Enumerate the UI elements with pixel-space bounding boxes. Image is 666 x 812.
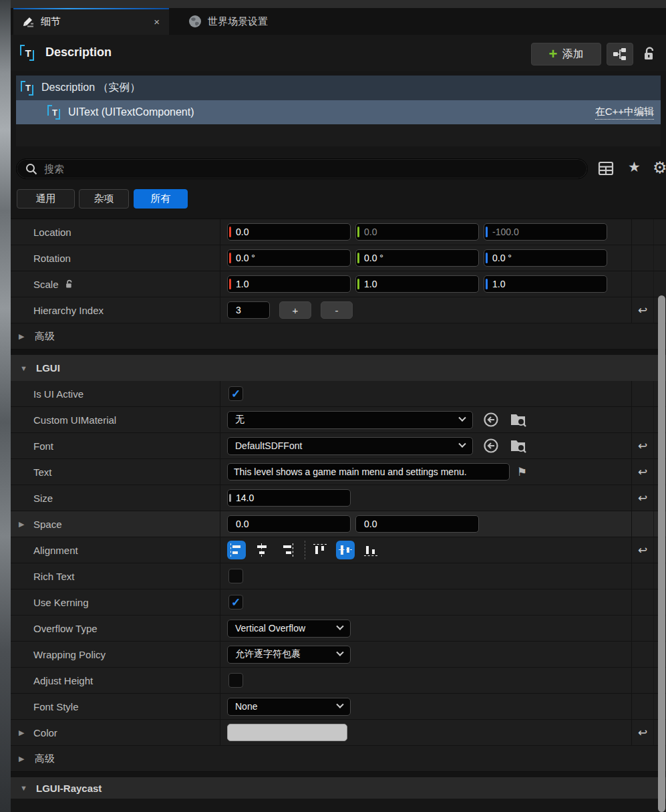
- font-dropdown[interactable]: DefaultSDFFont: [227, 437, 473, 455]
- tab-world-settings[interactable]: 世界场景设置: [179, 8, 277, 35]
- lgui-raycast-section-header[interactable]: ▼ LGUI-Raycast: [11, 777, 666, 799]
- align-h-center-button[interactable]: [253, 541, 271, 559]
- tree-row-instance[interactable]: T Description （实例）: [16, 76, 661, 100]
- vertical-scrollbar-thumb[interactable]: [658, 295, 665, 812]
- use-selected-asset-button[interactable]: [482, 437, 500, 454]
- hierarchy-index-field[interactable]: 3: [227, 301, 270, 319]
- browse-asset-button[interactable]: [509, 438, 528, 454]
- section-gap: [11, 350, 666, 355]
- icon-corner: [29, 85, 33, 96]
- align-right-button[interactable]: [278, 541, 297, 559]
- chevron-right-icon[interactable]: ▶: [19, 520, 28, 529]
- align-bottom-icon: [364, 543, 377, 557]
- reset-to-default-button[interactable]: ↩: [638, 439, 647, 453]
- viewport-background-strip: [0, 0, 11, 812]
- filter-row: 通用 杂项 所有: [11, 189, 666, 209]
- align-bottom-button[interactable]: [361, 541, 380, 559]
- settings-gear-icon[interactable]: ⚙: [653, 158, 666, 177]
- rotation-z-field[interactable]: 0.0 °: [484, 249, 607, 267]
- unlock-icon[interactable]: [641, 46, 657, 62]
- row-font-style: Font Style None: [11, 694, 666, 720]
- search-input[interactable]: [44, 163, 543, 174]
- custom-uimaterial-dropdown[interactable]: 无: [227, 411, 473, 429]
- text-value-field[interactable]: This level shows a game main menu and se…: [227, 463, 510, 481]
- location-y-field[interactable]: 0.0: [355, 223, 479, 241]
- row-color: ▶ Color ↩: [11, 720, 666, 746]
- lgui-section-header[interactable]: ▼ LGUI: [11, 355, 666, 381]
- section-gap: [11, 772, 666, 777]
- row-space: ▶ Space 0.0 0.0: [11, 511, 666, 537]
- blueprint-graph-button[interactable]: [607, 43, 633, 65]
- location-z-field[interactable]: -100.0: [484, 223, 607, 241]
- browse-asset-button[interactable]: [509, 412, 528, 428]
- reset-to-default-button[interactable]: ↩: [638, 726, 647, 740]
- advanced-section-collapsed[interactable]: ▶ 高级: [11, 746, 666, 772]
- align-top-button[interactable]: [311, 541, 329, 559]
- filter-all-button[interactable]: 所有: [134, 189, 188, 209]
- is-ui-active-label: Is UI Active: [33, 388, 84, 400]
- tree-row-uitext-selected[interactable]: T UIText (UITextComponent) 在C++中编辑: [16, 100, 661, 124]
- rich-text-checkbox[interactable]: [228, 569, 243, 583]
- active-tab-accent: [13, 8, 169, 9]
- text-type-icon: T: [47, 105, 62, 120]
- chevron-right-icon: ▶: [19, 332, 28, 341]
- align-v-center-button[interactable]: [336, 541, 355, 559]
- scale-z-field[interactable]: 1.0: [484, 275, 607, 293]
- add-button-label: 添加: [562, 47, 583, 61]
- chevron-down-icon: ▼: [20, 364, 29, 372]
- favorites-star-icon[interactable]: ★: [628, 159, 641, 175]
- reset-to-default-button[interactable]: ↩: [638, 543, 647, 557]
- chevron-right-icon[interactable]: ▶: [19, 728, 28, 737]
- display-options-button[interactable]: [597, 160, 615, 176]
- chevron-down-icon: [336, 623, 343, 630]
- hierarchy-index-increment-button[interactable]: +: [279, 301, 311, 319]
- search-icon: [25, 162, 38, 176]
- add-component-button[interactable]: + 添加: [531, 43, 601, 65]
- use-kerning-checkbox[interactable]: ✓: [228, 595, 243, 610]
- space-y-field[interactable]: 0.0: [355, 515, 479, 533]
- filter-general-button[interactable]: 通用: [17, 189, 75, 209]
- row-is-ui-active: Is UI Active ✓: [11, 381, 666, 407]
- filter-misc-button[interactable]: 杂项: [79, 189, 129, 209]
- align-left-button[interactable]: [227, 541, 246, 559]
- row-size: Size 14.0 ↩: [11, 485, 666, 511]
- is-ui-active-checkbox[interactable]: ✓: [228, 386, 243, 401]
- adjust-height-checkbox[interactable]: [228, 673, 243, 688]
- details-panel: 细节 × 世界场景设置 T Description + 添加: [11, 0, 666, 812]
- edit-in-cpp-link[interactable]: 在C++中编辑: [595, 106, 654, 120]
- search-box[interactable]: [16, 158, 588, 179]
- icon-corner: [21, 81, 25, 92]
- row-font: Font DefaultSDFFont: [11, 433, 666, 459]
- tab-details[interactable]: 细节 ×: [13, 8, 169, 35]
- scale-unlock-icon[interactable]: [64, 279, 74, 289]
- text-type-icon: T: [21, 81, 35, 96]
- localization-flag-icon[interactable]: ⚑: [517, 465, 527, 479]
- scale-y-field[interactable]: 1.0: [355, 275, 479, 293]
- font-style-dropdown[interactable]: None: [227, 698, 351, 716]
- tab-close-icon[interactable]: ×: [151, 16, 162, 27]
- size-field[interactable]: 14.0: [227, 489, 351, 507]
- z-axis-bar: [486, 227, 488, 237]
- overflow-type-dropdown[interactable]: Vertical Overflow: [227, 620, 351, 638]
- reset-to-default-button[interactable]: ↩: [638, 303, 647, 317]
- scale-x-field[interactable]: 1.0: [227, 275, 351, 293]
- icon-corner: [55, 109, 60, 120]
- custom-uimaterial-label: Custom UIMaterial: [33, 414, 116, 426]
- size-label: Size: [33, 493, 53, 504]
- row-alignment: Alignment: [11, 537, 666, 563]
- location-label: Location: [33, 227, 71, 238]
- color-swatch[interactable]: [227, 724, 347, 741]
- location-x-field[interactable]: 0.0: [227, 223, 351, 241]
- rotation-y-field[interactable]: 0.0 °: [355, 249, 479, 267]
- reset-to-default-button[interactable]: ↩: [638, 491, 647, 505]
- wrapping-policy-dropdown[interactable]: 允许逐字符包裹: [227, 646, 351, 664]
- row-rich-text: Rich Text: [11, 563, 666, 589]
- rotation-x-field[interactable]: 0.0 °: [227, 249, 351, 267]
- align-h-center-icon: [255, 543, 269, 557]
- advanced-section-collapsed[interactable]: ▶ 高级: [11, 323, 666, 350]
- use-selected-asset-button[interactable]: [482, 411, 500, 428]
- reset-to-default-button[interactable]: ↩: [638, 465, 647, 479]
- hierarchy-index-decrement-button[interactable]: -: [321, 301, 353, 319]
- tab-world-settings-label: 世界场景设置: [208, 15, 268, 28]
- space-x-field[interactable]: 0.0: [227, 515, 351, 533]
